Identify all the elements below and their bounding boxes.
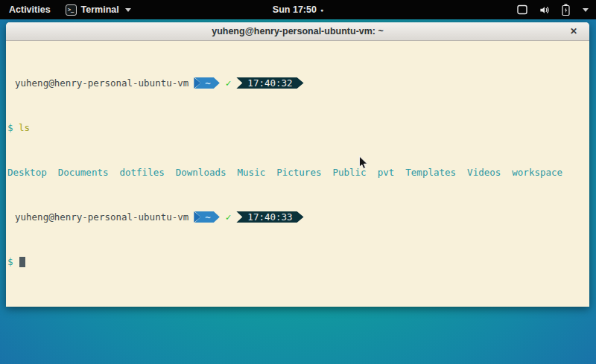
desktop-background: Activities >_ Terminal Sun 17:50 ● [0, 0, 596, 364]
prompt-username: yuheng@henry-personal-ubuntu-vm [15, 77, 188, 89]
prompt-time-label: 17:40:32 [247, 77, 292, 89]
command-line: $ ls [7, 122, 589, 133]
chevron-down-icon[interactable] [583, 8, 589, 12]
battery-charging-icon[interactable] [562, 4, 570, 16]
top-bar-left: Activities >_ Terminal [7, 4, 131, 16]
status-check-icon: ✓ [226, 77, 232, 89]
top-bar: Activities >_ Terminal Sun 17:50 ● [0, 0, 596, 19]
app-menu-terminal[interactable]: >_ Terminal [66, 4, 131, 16]
command-text: ls [19, 122, 30, 133]
activities-button[interactable]: Activities [7, 4, 52, 15]
terminal-app-icon: >_ [66, 4, 77, 16]
prompt-path-label: ~ [205, 77, 211, 89]
shell-prompt-symbol: $ [7, 256, 13, 267]
clock[interactable]: Sun 17:50 ● [273, 0, 323, 19]
prompt-time-badge: 17:40:32 [236, 77, 303, 89]
notification-dot: ● [320, 7, 323, 13]
terminal-cursor [19, 257, 25, 267]
close-icon[interactable]: ✕ [568, 25, 580, 37]
volume-icon[interactable] [539, 4, 551, 16]
terminal-body[interactable]: yuheng@henry-personal-ubuntu-vm ~ ✓ 17:4… [6, 42, 589, 307]
terminal-window: yuheng@henry-personal-ubuntu-vm: ~ ✕ yuh… [6, 22, 589, 307]
system-tray[interactable] [517, 4, 589, 16]
title-bar[interactable]: yuheng@henry-personal-ubuntu-vm: ~ ✕ [6, 22, 589, 41]
status-check-icon: ✓ [226, 211, 232, 223]
chevron-down-icon [125, 8, 131, 12]
command-line: $ [7, 256, 589, 267]
prompt-username: yuheng@henry-personal-ubuntu-vm [15, 211, 188, 223]
screen-icon[interactable] [517, 4, 527, 15]
prompt-path-label: ~ [205, 211, 211, 223]
prompt-time-label: 17:40:33 [247, 211, 292, 223]
prompt-line: yuheng@henry-personal-ubuntu-vm ~ ✓ 17:4… [7, 211, 589, 223]
window-title: yuheng@henry-personal-ubuntu-vm: ~ [212, 26, 384, 36]
prompt-time-badge: 17:40:33 [236, 211, 303, 223]
clock-label: Sun 17:50 [273, 4, 317, 15]
prompt-line: yuheng@henry-personal-ubuntu-vm ~ ✓ 17:4… [7, 77, 589, 89]
app-menu-label: Terminal [81, 4, 119, 15]
shell-prompt-symbol: $ [7, 122, 13, 133]
ls-output: Desktop Documents dotfiles Downloads Mus… [7, 167, 589, 178]
